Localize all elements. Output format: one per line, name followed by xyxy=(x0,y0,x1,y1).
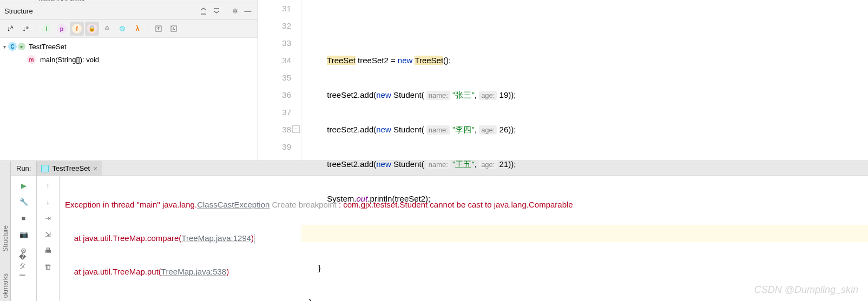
structure-header: Structure ✲ — xyxy=(0,3,258,19)
chevron-down-icon[interactable]: ▾ xyxy=(3,44,6,50)
code-line: treeSet2.add(new Student( name: "张三", ag… xyxy=(301,86,868,104)
show-properties-icon[interactable]: p xyxy=(55,22,69,36)
expand-all-icon[interactable] xyxy=(198,6,209,17)
gutter-line: 34 xyxy=(258,52,291,69)
show-anon-icon[interactable] xyxy=(115,22,129,36)
gutter-line: 39 xyxy=(258,138,291,156)
gutter-line: 31 xyxy=(258,0,291,17)
structure-toolbar: ↓ᴬ ↓ᵃ I p f 🔒 λ xyxy=(0,19,258,38)
gutter-line: 37 xyxy=(258,104,291,121)
class-icon: C xyxy=(8,42,17,51)
code-line: TreeSet treeSet2 = new TreeSet(); xyxy=(301,52,868,69)
run-panel: ▶ 🔧 ■ 📷 ⊗ �ター ↑ ↓ ⇥ ⇲ 🖶 🗑 Exception in t… xyxy=(0,176,868,301)
run-toolbar-b: ↑ ↓ ⇥ ⇲ 🖶 🗑 xyxy=(37,176,60,301)
sort-alpha-icon[interactable]: ↓ᴬ xyxy=(3,22,17,36)
run-tab[interactable]: TestTreeSet × xyxy=(37,161,102,176)
sort-visibility-icon[interactable]: ↓ᵃ xyxy=(18,22,32,36)
code-line xyxy=(301,17,868,35)
top-area: lessonAAA2.iml Structure ✲ — ↓ᴬ ↓ᵃ I p f… xyxy=(0,0,868,161)
scroll-end-icon[interactable]: ⇲ xyxy=(43,229,53,239)
tree-class-label: TestTreeSet xyxy=(29,43,67,51)
create-breakpoint-link[interactable]: Create breakpoint xyxy=(269,200,339,209)
print-icon[interactable]: 🖶 xyxy=(43,245,53,255)
show-nonpublic-icon[interactable]: 🔒 xyxy=(85,22,99,36)
structure-title: Structure xyxy=(4,7,196,15)
gutter-line: 38− xyxy=(258,121,291,138)
console-line: Exception in thread "main" java.lang.Cla… xyxy=(65,196,863,213)
hide-icon[interactable]: — xyxy=(242,6,253,17)
tree-method-label: main(String[]): void xyxy=(40,56,99,64)
code-editor[interactable]: 31 32 33 34 35 36 37 38− 39 TreeSet tree… xyxy=(258,0,868,160)
stack-link[interactable]: TreeMap.java:1294 xyxy=(181,233,251,243)
tree-class-node[interactable]: ▾ C ▸ TestTreeSet xyxy=(0,40,258,53)
run-toolbar-a: ▶ 🔧 ■ 📷 ⊗ �ター xyxy=(11,176,37,301)
camera-icon[interactable]: 📷 xyxy=(19,229,29,239)
console-line: at java.util.TreeMap.compare(TreeMap.jav… xyxy=(65,230,863,246)
console-line: at java.util.TreeMap.put(TreeMap.java:53… xyxy=(65,263,863,280)
close-icon[interactable]: × xyxy=(93,164,97,173)
up-icon[interactable]: ↑ xyxy=(43,180,53,190)
separator xyxy=(148,23,148,34)
run-tab-label: TestTreeSet xyxy=(52,164,90,172)
gutter-line: 36 xyxy=(258,86,291,104)
method-icon: m xyxy=(27,55,36,64)
watermark: CSDN @Dumpling_skin xyxy=(754,284,858,296)
stop-icon[interactable]: ■ xyxy=(19,213,29,223)
console-output[interactable]: Exception in thread "main" java.lang.Cla… xyxy=(60,176,868,301)
gutter-line: 33 xyxy=(258,35,291,52)
structure-sidebar: lessonAAA2.iml Structure ✲ — ↓ᴬ ↓ᵃ I p f… xyxy=(0,0,258,160)
down-icon[interactable]: ↓ xyxy=(43,197,53,206)
trash-icon[interactable]: 🗑 xyxy=(43,262,53,271)
gutter-line: 32 xyxy=(258,17,291,35)
autoscroll-from-icon[interactable] xyxy=(167,22,181,36)
wrench-icon[interactable]: 🔧 xyxy=(19,197,29,206)
bookmarks-tool-tab[interactable]: okmarks xyxy=(2,273,9,298)
exception-link[interactable]: ClassCastException xyxy=(197,200,269,209)
editor-gutter[interactable]: 31 32 33 34 35 36 37 38− 39 xyxy=(258,0,301,160)
run-config-icon xyxy=(41,165,49,172)
code-area[interactable]: TreeSet treeSet2 = new TreeSet(); treeSe… xyxy=(301,0,868,160)
show-fields-icon[interactable]: f xyxy=(70,22,84,36)
show-interface-icon[interactable]: I xyxy=(40,22,54,36)
code-line: treeSet2.add(new Student( name: "李四", ag… xyxy=(301,121,868,138)
rerun-icon[interactable]: ▶ xyxy=(19,180,29,190)
console-line: at java.util.TreeSet.add(TreeSet.java:25… xyxy=(65,297,863,301)
text-cursor xyxy=(254,234,254,244)
structure-tree: ▾ C ▸ TestTreeSet m main(String[]): void xyxy=(0,38,258,160)
structure-tool-tab[interactable]: Structure xyxy=(2,225,9,252)
stack-link[interactable]: TreeMap.java:538 xyxy=(161,267,226,276)
autoscroll-source-icon[interactable] xyxy=(152,22,166,36)
collapse-all-icon[interactable] xyxy=(211,6,222,17)
soft-wrap-icon[interactable]: ⇥ xyxy=(43,213,53,223)
tree-method-node[interactable]: m main(String[]): void xyxy=(0,53,258,66)
code-line: treeSet2.add(new Student( name: "王五", ag… xyxy=(301,156,868,173)
show-inherited-icon[interactable] xyxy=(100,22,114,36)
left-tool-stripe: Structure okmarks xyxy=(0,161,11,301)
gear-icon[interactable]: ✲ xyxy=(229,6,240,17)
separator xyxy=(36,23,36,34)
exit-icon[interactable]: �ター xyxy=(19,262,29,271)
test-icon: ▸ xyxy=(18,43,25,50)
fold-icon[interactable]: − xyxy=(292,125,300,133)
run-label: Run: xyxy=(11,161,37,176)
gutter-line: 35 xyxy=(258,69,291,86)
show-lambda-icon[interactable]: λ xyxy=(130,22,144,36)
